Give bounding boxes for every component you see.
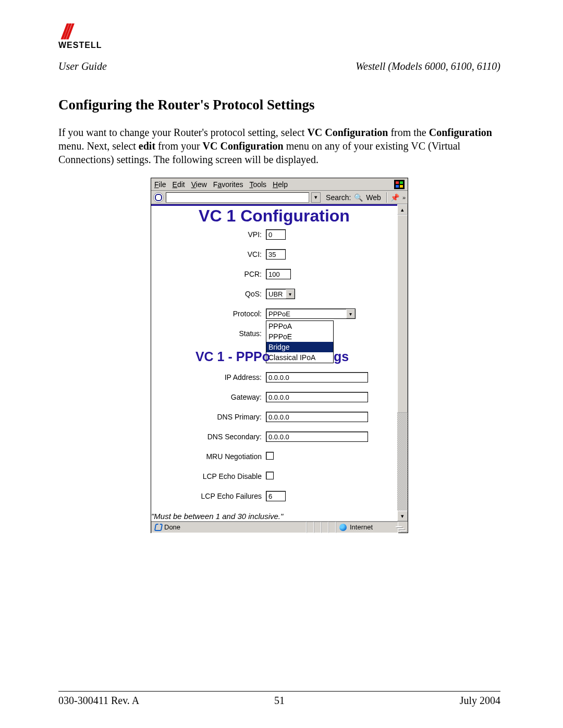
nav-stop-icon[interactable] bbox=[153, 192, 164, 203]
vpi-input[interactable] bbox=[266, 229, 286, 240]
gateway-label: Gateway: bbox=[151, 387, 266, 407]
pin-icon[interactable]: 📌 bbox=[390, 193, 399, 202]
resize-grip-icon bbox=[398, 522, 408, 533]
vpi-label: VPI: bbox=[151, 225, 266, 244]
header-model-label: Westell (Models 6000, 6100, 6110) bbox=[356, 60, 500, 72]
menu-bar: File Edit View Favorites Tools Help bbox=[151, 178, 408, 191]
scroll-down-button[interactable]: ▾ bbox=[397, 511, 408, 521]
address-toolbar: Search: 🔍 Web 📌 » bbox=[151, 191, 408, 204]
gateway-input[interactable] bbox=[266, 392, 368, 402]
search-label: Search: bbox=[326, 193, 351, 202]
dns2-input[interactable] bbox=[266, 431, 368, 442]
header-guide-label: User Guide bbox=[58, 60, 107, 72]
ie-page-icon bbox=[155, 524, 162, 531]
mru-checkbox[interactable] bbox=[266, 452, 274, 460]
protocol-option[interactable]: PPPoA bbox=[266, 321, 333, 331]
qos-value: UBR bbox=[266, 290, 286, 298]
dns1-label: DNS Primary: bbox=[151, 407, 266, 427]
intro-paragraph: If you want to change your Router's prot… bbox=[58, 126, 500, 166]
browser-window: File Edit View Favorites Tools Help Sear… bbox=[151, 178, 408, 533]
menu-view[interactable]: View bbox=[191, 180, 207, 189]
menu-tools[interactable]: Tools bbox=[249, 180, 266, 189]
vci-input[interactable] bbox=[266, 249, 286, 260]
protocol-option[interactable]: PPPoE bbox=[266, 331, 333, 342]
section-title: Configuring the Router's Protocol Settin… bbox=[58, 97, 500, 113]
status-label: Status: bbox=[151, 324, 266, 343]
menu-edit[interactable]: Edit bbox=[173, 180, 185, 189]
address-input[interactable] bbox=[166, 192, 309, 203]
subsection-title-right: gs bbox=[334, 349, 349, 364]
status-bar: Done Internet bbox=[151, 521, 408, 533]
menu-help[interactable]: Help bbox=[273, 180, 288, 189]
footer-date: July 2004 bbox=[353, 695, 500, 707]
mru-label: MRU Negotiation bbox=[151, 447, 266, 466]
vertical-scrollbar[interactable]: ▴ ▾ bbox=[397, 204, 408, 521]
status-text: Done bbox=[164, 523, 180, 531]
status-zone: Internet bbox=[350, 523, 373, 531]
pcr-label: PCR: bbox=[151, 264, 266, 284]
page-title: VC 1 Configuration bbox=[151, 204, 397, 225]
lcpd-checkbox[interactable] bbox=[266, 472, 274, 479]
toolbar-divider bbox=[386, 192, 387, 203]
vci-label: VCI: bbox=[151, 244, 266, 264]
protocol-select[interactable]: PPPoE ▾ bbox=[266, 309, 356, 319]
protocol-value: PPPoE bbox=[266, 310, 293, 318]
pcr-input[interactable] bbox=[266, 269, 291, 279]
hint-text: "Must be between 1 and 30 inclusive." bbox=[151, 506, 397, 521]
address-dropdown-button[interactable] bbox=[311, 192, 321, 203]
chevron-down-icon: ▾ bbox=[286, 289, 295, 299]
ip-label: IP Address: bbox=[151, 367, 266, 387]
scroll-thumb[interactable] bbox=[397, 215, 408, 413]
lcpf-label: LCP Echo Failures bbox=[151, 486, 266, 506]
toolbar-more[interactable]: » bbox=[402, 194, 406, 201]
protocol-label: Protocol: bbox=[151, 304, 266, 324]
qos-label: QoS: bbox=[151, 284, 266, 304]
menu-favorites[interactable]: Favorites bbox=[213, 180, 243, 189]
chevron-down-icon: ▾ bbox=[346, 309, 355, 318]
logo-text: WESTELL bbox=[58, 41, 102, 50]
dns2-label: DNS Secondary: bbox=[151, 427, 266, 447]
westell-logo: /// WESTELL bbox=[58, 24, 102, 50]
dns1-input[interactable] bbox=[266, 412, 368, 422]
menu-file[interactable]: File bbox=[154, 180, 166, 189]
scroll-up-button[interactable]: ▴ bbox=[397, 204, 408, 215]
lcpd-label: LCP Echo Disable bbox=[151, 466, 266, 486]
lcpf-input[interactable] bbox=[266, 491, 286, 501]
internet-zone-icon bbox=[339, 524, 347, 531]
footer-rev: 030-300411 Rev. A bbox=[58, 695, 206, 707]
search-web-label[interactable]: Web bbox=[366, 193, 381, 202]
footer-page: 51 bbox=[206, 695, 353, 707]
logo-mark-icon: /// bbox=[62, 24, 102, 40]
windows-flag-icon bbox=[394, 180, 405, 189]
ip-input[interactable] bbox=[266, 372, 368, 382]
search-icon[interactable]: 🔍 bbox=[354, 193, 363, 202]
qos-select[interactable]: UBR ▾ bbox=[266, 289, 295, 299]
subsection-title-left: VC 1 - PPPo bbox=[195, 349, 270, 364]
